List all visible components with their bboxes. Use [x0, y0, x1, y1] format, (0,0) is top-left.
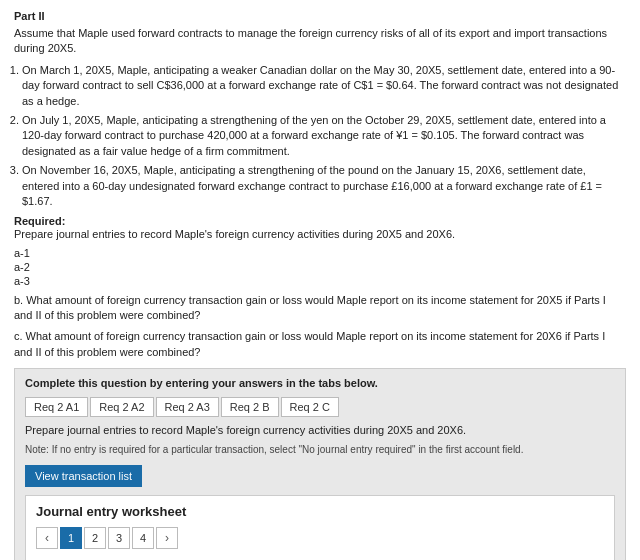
- tab-req2a3[interactable]: Req 2 A3: [156, 397, 219, 417]
- page-2-button[interactable]: 2: [84, 527, 106, 549]
- prepare-text: Prepare journal entries to record Maple'…: [14, 227, 626, 242]
- required-label: Required:: [14, 215, 626, 227]
- tabs-row: Req 2 A1 Req 2 A2 Req 2 A3 Req 2 B Req 2…: [25, 397, 615, 417]
- intro-text: Assume that Maple used forward contracts…: [14, 26, 626, 57]
- complete-box: Complete this question by entering your …: [14, 368, 626, 560]
- page-3-button[interactable]: 3: [108, 527, 130, 549]
- next-page-button[interactable]: ›: [156, 527, 178, 549]
- tab-req2b[interactable]: Req 2 B: [221, 397, 279, 417]
- tab-req2c[interactable]: Req 2 C: [281, 397, 339, 417]
- tab-req2a1[interactable]: Req 2 A1: [25, 397, 88, 417]
- complete-box-title: Complete this question by entering your …: [25, 377, 615, 389]
- pagination-row: ‹ 1 2 3 4 ›: [36, 527, 604, 549]
- worksheet-box: Journal entry worksheet ‹ 1 2 3 4 › Reco…: [25, 495, 615, 560]
- list-item: On July 1, 20X5, Maple, anticipating a s…: [22, 113, 626, 159]
- part-title: Part II: [14, 10, 626, 22]
- question-b: b. What amount of foreign currency trans…: [14, 293, 626, 324]
- list-item: On November 16, 20X5, Maple, anticipatin…: [22, 163, 626, 209]
- a1-label: a-1: [14, 247, 626, 259]
- record-text: Record the entry for the 90-day forward …: [36, 557, 604, 560]
- prev-page-button[interactable]: ‹: [36, 527, 58, 549]
- view-transaction-list-button[interactable]: View transaction list: [25, 465, 142, 487]
- list-item: On March 1, 20X5, Maple, anticipating a …: [22, 63, 626, 109]
- worksheet-title: Journal entry worksheet: [36, 504, 604, 519]
- instruction-text: Prepare journal entries to record Maple'…: [25, 423, 615, 438]
- a2-label: a-2: [14, 261, 626, 273]
- page-4-button[interactable]: 4: [132, 527, 154, 549]
- tab-req2a2[interactable]: Req 2 A2: [90, 397, 153, 417]
- page-1-button[interactable]: 1: [60, 527, 82, 549]
- numbered-list: On March 1, 20X5, Maple, anticipating a …: [22, 63, 626, 210]
- a3-label: a-3: [14, 275, 626, 287]
- note-text: Note: If no entry is required for a part…: [25, 443, 615, 457]
- question-c: c. What amount of foreign currency trans…: [14, 329, 626, 360]
